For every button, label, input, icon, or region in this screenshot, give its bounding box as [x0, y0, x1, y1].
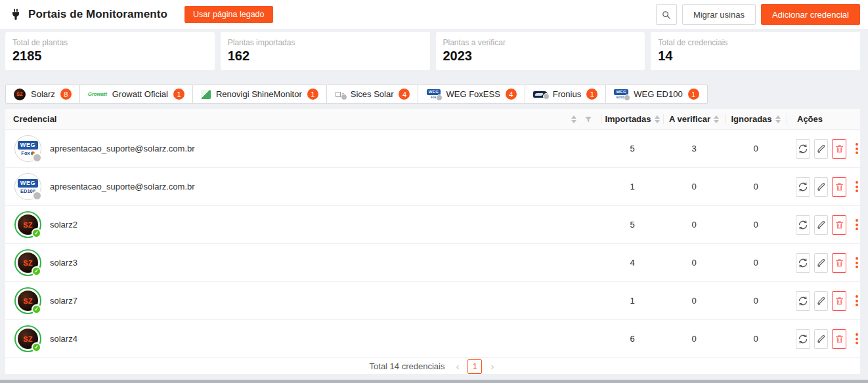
tab-solarz[interactable]: SZ Solarz 8 [5, 85, 80, 104]
more-actions-menu[interactable] [854, 331, 860, 347]
app-window: Portais de Monitoramento Usar página leg… [0, 0, 868, 383]
top-header-right: Migrar usinas Adicionar credencial [656, 4, 860, 25]
tab-fronius[interactable]: Fronius 1 [525, 85, 606, 104]
ignored-count: 0 [725, 220, 787, 230]
credential-name: solarz2 [50, 220, 77, 230]
column-label: Ignoradas [731, 114, 771, 124]
table-row: WEG ED100 apresentacao_suporte@solarz.co… [5, 168, 860, 206]
delete-button[interactable] [832, 139, 846, 159]
more-actions-menu[interactable] [854, 216, 860, 233]
fox-logo-text: Fox [21, 150, 30, 156]
sync-button[interactable] [796, 177, 810, 197]
column-a-verificar: A verificar [663, 109, 725, 129]
solarz-avatar: SZ ✓ [14, 287, 41, 314]
delete-button[interactable] [832, 329, 846, 349]
sync-button[interactable] [796, 329, 810, 349]
trash-icon [835, 296, 844, 306]
delete-button[interactable] [832, 291, 846, 311]
sort-icon[interactable] [571, 115, 576, 123]
weg-ed100-logo: WEG ED100 [614, 89, 628, 99]
weg-logo-text: WEG [18, 141, 38, 150]
sync-icon [798, 296, 808, 306]
credential-name: apresentacao_suporte@solarz.com.br [50, 182, 195, 192]
trash-icon [835, 258, 844, 268]
sices-logo: c [335, 91, 345, 98]
tab-label: Sices Solar [351, 89, 394, 99]
trash-icon [835, 144, 844, 153]
tab-growatt-oficial[interactable]: Growatt Growatt Oficial 1 [79, 85, 193, 104]
credential-name: apresentacao_suporte@solarz.com.br [50, 144, 195, 153]
column-ignoradas: Ignoradas [725, 109, 787, 129]
solarz-avatar: SZ ✓ [14, 249, 41, 276]
weg-foxess-avatar: WEG Fox [14, 135, 41, 162]
actions-cell [787, 177, 860, 197]
tab-weg-ed100[interactable]: WEG ED100 WEG ED100 1 [605, 85, 707, 104]
actions-cell [787, 291, 860, 311]
search-icon [661, 10, 671, 20]
stat-label: Total de credenciais [658, 38, 852, 47]
weg-foxess-logo: WEG Fox [426, 89, 441, 99]
tab-count-badge: 8 [60, 89, 72, 100]
credential-cell: SZ ✓ solarz2 [5, 211, 601, 238]
status-mini-badge [436, 94, 443, 101]
edit-button[interactable] [814, 253, 829, 273]
growatt-logo: Growatt [88, 91, 107, 97]
sync-button[interactable] [796, 291, 810, 311]
pagination: Total 14 credenciais ‹ 1 › [5, 359, 860, 374]
credential-cell: WEG Fox apresentacao_suporte@solarz.com.… [5, 135, 601, 162]
table-row: SZ ✓ solarz2 5 0 0 [5, 206, 860, 244]
sort-icon[interactable] [714, 115, 719, 123]
credentials-table: Credencial Importadas A verificar Ignora… [5, 109, 860, 374]
next-page-button[interactable]: › [488, 361, 496, 371]
sync-icon [798, 258, 808, 268]
search-button[interactable] [656, 4, 677, 25]
stat-card-plantas-a-verificar: Plantas a verificar 2023 [436, 32, 645, 70]
edit-button[interactable] [814, 329, 829, 349]
edit-icon [816, 296, 826, 306]
solarz-logo: SZ [14, 89, 26, 100]
trash-icon [835, 334, 844, 344]
credential-name: solarz4 [50, 334, 77, 344]
tab-renovigi-shinemonitor[interactable]: Renovigi ShineMonitor 1 [192, 85, 327, 104]
more-actions-menu[interactable] [854, 140, 860, 157]
edit-button[interactable] [814, 139, 829, 159]
edit-button[interactable] [814, 215, 829, 235]
more-actions-menu[interactable] [854, 178, 860, 195]
delete-button[interactable] [832, 215, 846, 235]
tab-count-badge: 4 [399, 89, 410, 100]
add-credential-button[interactable]: Adicionar credencial [761, 4, 860, 25]
edit-icon [816, 144, 826, 153]
tab-label: WEG ED100 [634, 89, 682, 99]
delete-button[interactable] [832, 177, 846, 197]
sync-button[interactable] [796, 215, 810, 235]
sync-button[interactable] [796, 253, 810, 273]
more-actions-menu[interactable] [854, 292, 860, 309]
migrate-plants-button[interactable]: Migrar usinas [682, 4, 756, 25]
trash-icon [835, 182, 844, 192]
credential-name: solarz7 [50, 296, 77, 306]
stat-value: 14 [658, 49, 852, 64]
sync-icon [798, 220, 808, 230]
delete-button[interactable] [832, 253, 846, 273]
edit-icon [816, 220, 826, 230]
status-mini-badge [543, 93, 550, 100]
stat-value: 2185 [12, 49, 207, 64]
ignored-count: 0 [725, 182, 787, 192]
more-actions-menu[interactable] [854, 254, 860, 271]
tab-sices-solar[interactable]: c Sices Solar 4 [326, 85, 419, 104]
to-verify-count: 0 [663, 220, 725, 230]
ignored-count: 0 [725, 334, 787, 344]
edit-button[interactable] [814, 177, 829, 197]
page-1-button[interactable]: 1 [467, 359, 482, 374]
filter-icon[interactable] [584, 115, 592, 123]
solarz-avatar: SZ ✓ [14, 211, 41, 238]
tab-weg-foxess[interactable]: WEG Fox WEG FoxESS 4 [418, 85, 525, 104]
sort-icon[interactable] [655, 115, 660, 123]
edit-button[interactable] [814, 291, 829, 311]
to-verify-count: 0 [663, 182, 725, 192]
sort-icon[interactable] [775, 115, 781, 123]
legacy-page-button[interactable]: Usar página legado [184, 6, 272, 23]
sync-button[interactable] [796, 139, 810, 159]
prev-page-button[interactable]: ‹ [454, 361, 461, 371]
renovigi-logo [201, 90, 211, 99]
